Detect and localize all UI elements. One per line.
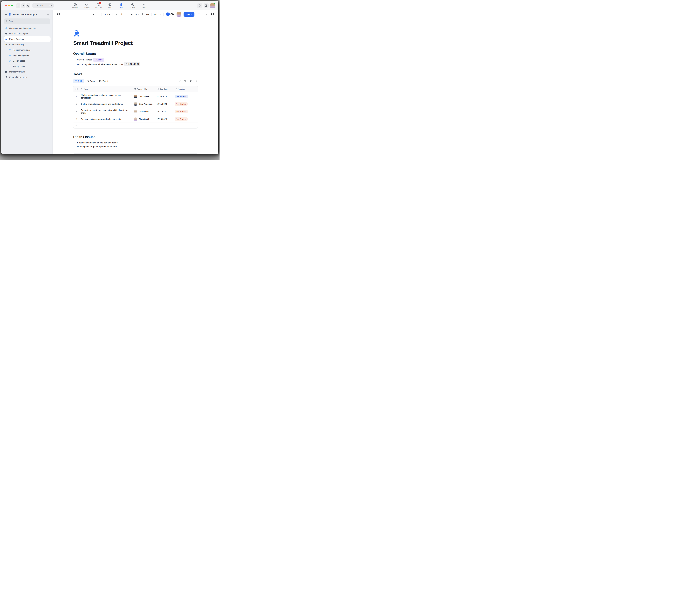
assignee-cell[interactable]: Dave Anderson [132,101,155,107]
global-search-input[interactable] [37,4,47,6]
overall-status-heading[interactable]: Overall Status [73,52,198,56]
status-badge[interactable]: Not Started [175,102,188,106]
task-cell[interactable]: Market research on customer needs, trend… [79,92,132,101]
collaborator-avatar[interactable] [177,12,181,17]
italic-button[interactable]: I [119,12,124,17]
view-tab-table[interactable]: Table [73,79,84,83]
column-header-due-date[interactable]: Due Date [155,86,173,92]
sidebar-item-user-research-report[interactable]: User research report [4,31,51,36]
assignee-cell[interactable]: Kei Umeko [132,107,155,116]
sidebar-search-input[interactable] [9,20,49,22]
share-button[interactable]: Share [183,12,195,17]
insert-link-button[interactable] [140,12,145,17]
nav-tab-mail[interactable]: Mail [104,2,115,10]
task-cell[interactable]: Define target customer segments and idea… [79,107,132,116]
sidebar-item-engineering-notes[interactable]: Engineering notes [4,53,51,58]
due-date-cell[interactable]: 12/15/2023 [155,101,173,107]
status-badge[interactable]: In Progress [175,95,188,98]
risk-item[interactable]: Meeting cost targets for premium feature… [73,145,198,149]
view-tab-board[interactable]: Board [85,79,97,83]
current-phase-item[interactable]: Current Phase: Planning [73,58,198,62]
text-style-dropdown[interactable]: Text [103,12,111,17]
back-button[interactable] [16,3,20,8]
page-title[interactable]: Smart Treadmill Project [73,40,198,46]
assignee-cell[interactable]: Tom Nguyen [132,92,155,101]
undo-button[interactable] [90,12,95,17]
table-row[interactable]: 1 Market research on customer needs, tre… [73,92,198,101]
status-badge[interactable]: Not Started [175,110,188,113]
fields-view-icon[interactable] [190,80,192,82]
column-header-task[interactable]: Task [79,86,132,92]
zoom-window-button[interactable] [11,5,13,6]
due-date-cell[interactable]: 11/20/2023 [155,92,173,101]
global-search[interactable]: ⌘F [32,3,54,8]
doc-sidebar-toggle-button[interactable] [56,12,61,17]
text-color-dropdown[interactable]: A [134,12,140,17]
table-row[interactable]: 3 Define target customer segments and id… [73,107,198,116]
tasks-heading[interactable]: Tasks [73,72,198,76]
bold-button[interactable]: B [115,12,119,17]
sort-icon[interactable] [184,80,186,82]
filter-icon[interactable] [178,80,181,82]
back-arrow-icon[interactable] [5,14,7,16]
search-icon[interactable] [196,80,198,82]
nav-tab-meetings[interactable]: Meetings [81,2,92,10]
due-date-cell[interactable]: 12/1/2023 [155,107,173,116]
status-cell[interactable]: Not Started [173,101,192,107]
milestone-item[interactable]: Upcoming Milestone: Finalize GTM researc… [73,62,198,66]
expand-chevron-icon[interactable] [6,43,7,45]
status-cell[interactable]: Not Started [173,116,192,122]
history-button[interactable] [26,3,30,8]
nav-tab-more[interactable]: More [139,2,150,10]
assignee-cell[interactable]: Olivia Smith [132,116,155,122]
new-page-plus-button[interactable] [47,14,49,16]
add-row-button[interactable]: + [73,123,198,128]
more-formatting-dropdown[interactable]: More [153,12,162,17]
task-cell[interactable]: Outline product requirements and key fea… [79,101,132,107]
completed-items-callout[interactable]: Completed Items [73,153,198,154]
sidebar-item-customer-meeting-summaries[interactable]: Customer meeting summaries [4,25,51,31]
due-date-cell[interactable]: 12/10/2023 [155,116,173,122]
sidebar-item-member-contacts[interactable]: Member Contacts [4,69,51,75]
table-row[interactable]: 2 Outline product requirements and key f… [73,101,198,107]
close-window-button[interactable] [5,5,7,6]
insert-block-button[interactable]: + [165,12,171,17]
forward-button[interactable] [21,3,25,8]
add-column-button[interactable]: + [192,86,198,92]
nav-tab-docs[interactable]: Docs [116,2,127,10]
sidebar-item-project-tracking[interactable]: Project Tracking [4,36,51,42]
status-cell[interactable]: Not Started [173,107,192,116]
underline-button[interactable]: U [124,12,129,17]
sidebar-item-design-specs[interactable]: Design specs [4,58,51,63]
sidebar-item-requirements-docs[interactable]: Requirements docs [4,47,51,53]
format-lift-button[interactable] [171,12,176,17]
redo-button[interactable] [95,12,100,17]
milestone-date-chip[interactable]: 12/21/2023 [124,62,140,66]
strikethrough-button[interactable]: S [129,12,134,17]
column-header-timeline[interactable]: Timeline [173,86,192,92]
risk-item[interactable]: Supply chain delays due to part shortage… [73,141,198,145]
column-header-assigned-to[interactable]: Assigned To [132,86,155,92]
status-badge[interactable]: Not Started [175,117,188,121]
sidebar-item-testing-plans[interactable]: Testing plans [4,64,51,69]
minimize-window-button[interactable] [8,5,10,6]
phase-badge[interactable]: Planning [93,58,104,62]
view-tab-timeline[interactable]: Timeline [98,79,111,83]
risks-heading[interactable]: Risks / Issues [73,135,198,139]
status-cell[interactable]: In Progress [173,92,192,101]
document-canvas[interactable]: Smart Treadmill Project Overall Status C… [53,19,218,154]
select-all-checkbox[interactable] [75,88,78,90]
doc-emoji-coffee-cup-icon[interactable] [73,30,198,37]
table-row[interactable]: 4 Develop pricing strategy and sales for… [73,116,198,123]
right-panel-toggle-button[interactable] [204,3,208,8]
comments-button[interactable] [197,12,201,17]
code-block-button[interactable]: </> [145,12,150,17]
sidebar-item-launch-planning[interactable]: Launch Planning [4,42,51,47]
task-cell[interactable]: Develop pricing strategy and sales forec… [79,116,132,122]
nav-tab-workvivo[interactable]: Workvivo [70,2,81,10]
sidebar-search[interactable] [4,19,50,24]
user-avatar[interactable] [210,3,215,8]
sidebar-item-external-resources[interactable]: External Resources [4,75,51,80]
doc-right-panel-button[interactable] [210,12,215,17]
nav-tab-team-chat[interactable]: 1 Team Chat [93,2,104,10]
